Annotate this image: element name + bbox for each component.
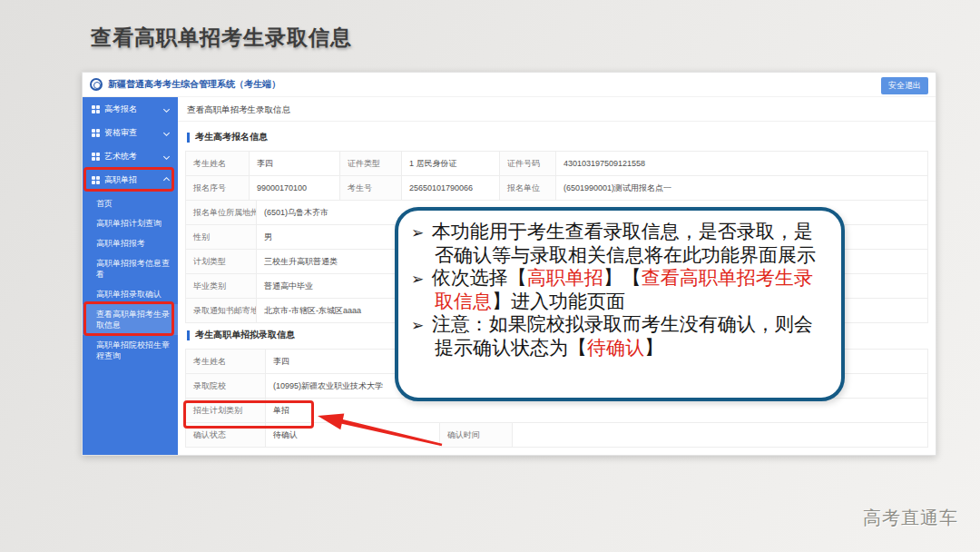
sidebar-subitem-5[interactable]: 高职单招录取确认 <box>83 284 178 304</box>
table-cell-label: 考生号 <box>340 176 402 201</box>
table-cell-label: 报名单位所属地州 <box>186 201 257 225</box>
table-cell-value: (6501990001)测试用报名点一 <box>556 176 928 201</box>
table-cell-value: 单招 <box>266 399 928 423</box>
system-logo-icon <box>90 78 103 91</box>
table-cell-value: 待确认 <box>266 423 440 448</box>
table-cell-label: 确认时间 <box>440 423 513 448</box>
sidebar-item-label: 高职单招 <box>104 174 137 186</box>
menu-grid-icon <box>92 105 100 113</box>
table-cell-label: 证件号码 <box>500 152 556 176</box>
table-row: 招生计划类别单招 <box>186 399 928 423</box>
table-cell-label: 报名单位 <box>500 176 556 201</box>
callout-text: 依次选择【 <box>432 267 527 289</box>
sidebar-item-label: 高考报名 <box>104 104 137 115</box>
sidebar-item-4[interactable]: 高职单招 <box>83 168 178 192</box>
sidebar-item-3[interactable]: 艺术统考 <box>83 144 178 168</box>
menu-grid-icon <box>92 129 100 137</box>
sidebar: 高考报名资格审查艺术统考高职单招 首页高职单招计划查询高职单招报考高职单招报考信… <box>83 97 178 455</box>
table-row: 报名序号99000170100考生号25650101790066报名单位(650… <box>186 176 928 201</box>
table-cell-value: 李四 <box>250 152 340 176</box>
callout-text: 】【 <box>603 267 642 289</box>
arrow-bullet-icon: ➢ <box>411 270 429 288</box>
table-row: 确认状态待确认确认时间 <box>186 423 928 448</box>
arrow-bullet-icon: ➢ <box>411 223 429 242</box>
callout-text: 高职单招 <box>527 267 603 289</box>
chevron-down-icon <box>163 105 170 112</box>
table-cell-value <box>513 423 928 448</box>
sidebar-subitem-3[interactable]: 高职单招报考 <box>83 233 178 253</box>
section-bar-icon <box>187 133 190 143</box>
table-cell-value: 430103197509121558 <box>556 152 928 176</box>
callout-text: 本功能用于考生查看录取信息，是否录取，是否确认等与录取相关信息将在此功能界面展示 <box>432 221 816 266</box>
breadcrumb: 查看高职单招考生录取信息 <box>178 97 936 122</box>
table-cell-label: 考生姓名 <box>186 350 266 374</box>
table-cell-label: 报名序号 <box>186 176 250 201</box>
section-title-registration: 考生高考报名信息 <box>187 131 936 143</box>
table-cell-label: 性别 <box>186 225 257 250</box>
sidebar-sub-items: 首页高职单招计划查询高职单招报考高职单招报考信息查看高职单招录取确认查看高职单招… <box>83 193 178 366</box>
menu-grid-icon <box>92 153 100 161</box>
table-cell-label: 毕业类别 <box>186 274 257 299</box>
sidebar-item-label: 资格审查 <box>104 127 137 139</box>
sidebar-subitem-7[interactable]: 高职单招院校招生章程查询 <box>83 335 178 366</box>
sidebar-subitem-2[interactable]: 高职单招计划查询 <box>83 213 178 233</box>
table-cell-label: 计划类型 <box>186 250 257 274</box>
table-row: 考生姓名李四证件类型1 居民身份证证件号码430103197509121558 <box>186 152 928 176</box>
chevron-down-icon <box>163 129 170 135</box>
table-cell-label: 考生姓名 <box>186 152 250 176</box>
sidebar-top-items: 高考报名资格审查艺术统考高职单招 <box>83 97 178 192</box>
chevron-up-icon <box>163 176 170 182</box>
callout-text: 】 <box>644 337 663 359</box>
callout-line: ➢ 注意：如果院校拟录取而考生没有确认，则会提示确认状态为【待确认】 <box>411 313 830 360</box>
arrow-bullet-icon: ➢ <box>411 316 429 334</box>
app-header: 新疆普通高考考生综合管理系统（考生端） 安全退出 <box>83 73 936 97</box>
menu-grid-icon <box>92 176 100 184</box>
table-cell-label: 招生计划类别 <box>186 399 266 423</box>
sidebar-subitem-6[interactable]: 查看高职单招考生录取信息 <box>83 304 178 335</box>
table-cell-label: 证件类型 <box>340 152 402 176</box>
callout-text: 】进入功能页面 <box>492 291 625 312</box>
sidebar-item-label: 艺术统考 <box>104 151 137 163</box>
slide: 查看高职单招考生录取信息 新疆普通高考考生综合管理系统（考生端） 安全退出 高考… <box>0 0 980 552</box>
sidebar-item-1[interactable]: 高考报名 <box>83 97 178 121</box>
page-title: 查看高职单招考生录取信息 <box>91 24 352 52</box>
logout-button[interactable]: 安全退出 <box>881 77 928 94</box>
annotation-callout: ➢ 本功能用于考生查看录取信息，是否录取，是否确认等与录取相关信息将在此功能界面… <box>395 207 845 401</box>
table-cell-label: 确认状态 <box>186 423 266 448</box>
sidebar-item-2[interactable]: 资格审查 <box>83 121 178 144</box>
callout-line: ➢ 依次选择【高职单招】【查看高职单招考生录取信息】进入功能页面 <box>411 267 830 313</box>
table-cell-value: 25650101790066 <box>402 176 500 201</box>
callout-text: 待确认 <box>587 337 644 359</box>
sidebar-subitem-1[interactable]: 首页 <box>83 193 178 213</box>
app-title: 新疆普通高考考生综合管理系统（考生端） <box>108 78 280 91</box>
table-cell-value: 1 居民身份证 <box>402 152 500 176</box>
watermark: 高考直通车 <box>863 506 958 530</box>
table-cell-label: 录取通知书邮寄地址 <box>186 299 257 323</box>
table-cell-label: 录取院校 <box>186 374 266 399</box>
section-bar-icon <box>187 330 190 340</box>
table-cell-value: 99000170100 <box>250 176 340 201</box>
chevron-down-icon <box>163 153 170 159</box>
callout-line: ➢ 本功能用于考生查看录取信息，是否录取，是否确认等与录取相关信息将在此功能界面… <box>411 221 830 267</box>
sidebar-subitem-4[interactable]: 高职单招报考信息查看 <box>83 253 178 284</box>
